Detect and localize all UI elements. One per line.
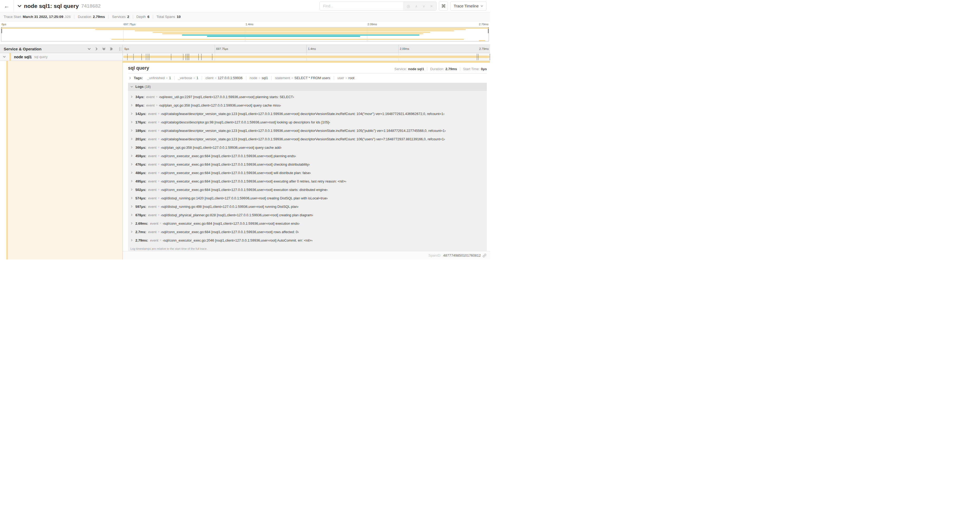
span-meta-value: 0μs bbox=[481, 67, 487, 71]
span-meta-value: 2.79ms bbox=[445, 67, 457, 71]
find-next-icon[interactable]: ∨ bbox=[423, 5, 425, 8]
equals-sign: = bbox=[166, 77, 167, 80]
equals-sign: = bbox=[160, 222, 161, 225]
minimap-tick-label: 2.79ms bbox=[479, 23, 489, 26]
log-row[interactable]: 2.69ms:event=‹sql/conn_executor_exec.go:… bbox=[128, 219, 487, 228]
back-arrow-icon: ← bbox=[4, 3, 10, 9]
chevron-right-icon bbox=[130, 188, 133, 191]
log-row[interactable]: 142μs:event=‹sql/catalog/lease/descripto… bbox=[128, 109, 487, 118]
tag-item[interactable]: user=root bbox=[334, 76, 358, 80]
chevron-right-icon bbox=[130, 129, 133, 132]
chevron-right-icon bbox=[130, 146, 133, 149]
log-row[interactable]: 476μs:event=‹sql/conn_executor_exec.go:6… bbox=[128, 160, 487, 169]
log-field-value: ‹sql/conn_executor_exec.go:684 [nsql1,cl… bbox=[161, 154, 296, 158]
collapse-one-icon[interactable] bbox=[88, 47, 91, 51]
span-meta-item: Service:node sql1 bbox=[391, 67, 427, 71]
log-row[interactable]: 176μs:event=‹sql/catalog/descs/descripto… bbox=[128, 118, 487, 126]
minimap-span-bar bbox=[111, 39, 464, 40]
log-row[interactable]: 34μs:event=‹sql/exec_util.go:2297 [nsql1… bbox=[128, 93, 487, 101]
find-prev-icon[interactable]: ∧ bbox=[415, 5, 418, 8]
log-row[interactable]: 189μs:event=‹sql/catalog/lease/descripto… bbox=[128, 126, 487, 135]
chevron-right-icon bbox=[130, 222, 133, 225]
column-resizer-handle[interactable] bbox=[119, 47, 121, 51]
back-button[interactable]: ← bbox=[0, 0, 14, 12]
log-row[interactable]: 80μs:event=‹sql/plan_opt.go:358 [nsql1,c… bbox=[128, 101, 487, 109]
log-row[interactable]: 201μs:event=‹sql/catalog/lease/descripto… bbox=[128, 135, 487, 143]
page-title: node sql1: sql query bbox=[24, 3, 79, 9]
log-field-key: event bbox=[150, 222, 158, 225]
service-operation-header: Service & Operation bbox=[0, 45, 123, 53]
detail-left-fill bbox=[8, 61, 123, 260]
tag-item[interactable]: _unfinished=1 bbox=[144, 76, 175, 80]
log-field-key: event bbox=[148, 154, 156, 158]
minimap-tick-label: 0μs bbox=[1, 23, 6, 26]
log-row[interactable]: 2.79ms:event=‹sql/conn_executor_exec.go:… bbox=[128, 236, 487, 244]
logs-count: (18) bbox=[145, 85, 151, 89]
chevron-right-icon bbox=[130, 121, 133, 123]
view-selector-button[interactable]: Trace Timeline bbox=[450, 2, 487, 11]
span-id-value: 4877749850101760812 bbox=[443, 254, 481, 257]
link-icon[interactable] bbox=[483, 254, 486, 257]
expand-one-icon[interactable] bbox=[95, 47, 98, 51]
log-row[interactable]: 459μs:event=‹sql/conn_executor_exec.go:6… bbox=[128, 152, 487, 160]
span-meta-value: node sql1 bbox=[408, 67, 424, 71]
keyboard-shortcuts-button[interactable]: ⌘ bbox=[439, 2, 448, 11]
collapse-trace-chevron-icon[interactable] bbox=[18, 4, 22, 8]
detail-span-bar-stripe bbox=[123, 61, 490, 63]
tag-value: 1 bbox=[197, 76, 198, 80]
span-detail-title: sql query bbox=[128, 65, 149, 71]
tag-item[interactable]: statement=SELECT * FROM users bbox=[272, 76, 334, 80]
log-field-value: ‹sql/conn_executor_exec.go:2046 [nsql1,c… bbox=[163, 238, 313, 242]
tags-label: Tags: bbox=[134, 76, 143, 80]
collapse-all-icon[interactable] bbox=[102, 47, 106, 51]
log-row[interactable]: 502μs:event=‹sql/conn_executor_exec.go:6… bbox=[128, 185, 487, 194]
log-row[interactable]: 486μs:event=‹sql/conn_executor_exec.go:6… bbox=[128, 169, 487, 177]
expand-all-icon[interactable] bbox=[110, 47, 113, 51]
tag-item[interactable]: _verbose=1 bbox=[175, 76, 202, 80]
log-timestamp: 678μs: bbox=[135, 213, 146, 217]
locate-icon[interactable]: ◎ bbox=[406, 4, 410, 8]
span-row[interactable]: node sql1 sql query bbox=[0, 53, 490, 61]
tag-item[interactable]: client=127.0.0.1:59936 bbox=[202, 76, 246, 80]
log-field-key: event bbox=[148, 204, 156, 209]
span-row-bar-cell[interactable] bbox=[123, 53, 490, 61]
tag-key: _unfinished bbox=[147, 76, 165, 80]
find-clear-icon[interactable]: ✕ bbox=[430, 5, 433, 8]
trace-info-label: Trace Start bbox=[4, 15, 21, 19]
equals-sign: = bbox=[158, 112, 159, 115]
span-row-label-cell[interactable]: node sql1 sql query bbox=[0, 53, 123, 61]
minimap-tick-label: 2.09ms bbox=[367, 23, 377, 26]
log-row[interactable]: 495μs:event=‹sql/conn_executor_exec.go:6… bbox=[128, 177, 487, 185]
log-row[interactable]: 2.7ms:event=‹sql/conn_executor_exec.go:6… bbox=[128, 228, 487, 236]
log-field-value: ‹sql/conn_executor_exec.go:684 [nsql1,cl… bbox=[161, 163, 310, 166]
trace-info-value: 2 bbox=[127, 15, 129, 19]
span-meta-label: Duration: bbox=[430, 67, 444, 71]
log-timestamp: 2.7ms: bbox=[135, 230, 146, 234]
log-row[interactable]: 574μs:event=‹sql/distsql_running.go:1420… bbox=[128, 194, 487, 202]
log-timestamp: 189μs: bbox=[135, 129, 146, 133]
tags-row[interactable]: Tags: _unfinished=1_verbose=1client=127.… bbox=[128, 73, 487, 82]
trace-info-label: Duration bbox=[78, 15, 91, 19]
log-field-value: ‹sql/catalog/lease/descriptor_version_st… bbox=[161, 112, 444, 116]
span-duration-bar[interactable] bbox=[123, 56, 490, 58]
log-row[interactable]: 366μs:event=‹sql/plan_opt.go:358 [nsql1,… bbox=[128, 143, 487, 152]
equals-sign: = bbox=[158, 137, 159, 141]
tag-item[interactable]: node=sql1 bbox=[246, 76, 272, 80]
log-row[interactable]: 678μs:event=‹sql/distsql_physical_planne… bbox=[128, 211, 487, 219]
header-actions: ◎ ∧ ∨ ✕ ⌘ Trace Timeline bbox=[320, 2, 490, 11]
logs-header[interactable]: Logs (18) bbox=[128, 83, 487, 91]
log-field-key: event bbox=[148, 179, 156, 183]
minimap-canvas[interactable] bbox=[1, 27, 489, 42]
log-field-key: event bbox=[148, 188, 156, 192]
log-field-value: ‹sql/exec_util.go:2297 [nsql1,client=127… bbox=[159, 95, 294, 99]
chevron-down-icon bbox=[480, 5, 483, 7]
tag-key: _verbose bbox=[178, 76, 192, 80]
ruler-tick-label: 2.09ms bbox=[398, 45, 409, 53]
log-row[interactable]: 597μs:event=‹sql/distsql_running.go:498 … bbox=[128, 202, 487, 211]
equals-sign: = bbox=[345, 77, 347, 80]
trace-info-item: Services2 bbox=[108, 15, 132, 19]
find-input[interactable] bbox=[320, 2, 403, 10]
equals-sign: = bbox=[158, 188, 159, 191]
minimap-tick-label: 1.4ms bbox=[245, 23, 253, 26]
chevron-right-icon bbox=[130, 239, 133, 241]
